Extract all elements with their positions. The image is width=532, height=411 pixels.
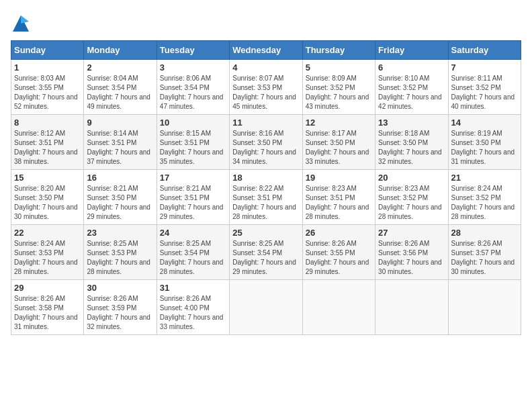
day-info: Sunrise: 8:26 AMSunset: 3:58 PMDaylight:… [14, 295, 78, 330]
day-number: 25 [232, 228, 299, 238]
day-info: Sunrise: 8:19 AMSunset: 3:50 PMDaylight:… [451, 130, 515, 165]
day-info: Sunrise: 8:25 AMSunset: 3:54 PMDaylight:… [160, 240, 224, 275]
day-number: 2 [87, 62, 153, 73]
day-number: 19 [306, 173, 372, 183]
calendar-cell: 23Sunrise: 8:25 AMSunset: 3:53 PMDayligh… [84, 225, 157, 280]
day-info: Sunrise: 8:24 AMSunset: 3:53 PMDaylight:… [14, 240, 78, 275]
calendar-cell: 28Sunrise: 8:26 AMSunset: 3:57 PMDayligh… [448, 225, 521, 280]
calendar-week-2: 8Sunrise: 8:12 AMSunset: 3:51 PMDaylight… [11, 115, 521, 170]
calendar-cell: 20Sunrise: 8:23 AMSunset: 3:52 PMDayligh… [375, 170, 448, 225]
calendar-cell: 18Sunrise: 8:22 AMSunset: 3:51 PMDayligh… [230, 170, 302, 225]
day-info: Sunrise: 8:07 AMSunset: 3:53 PMDaylight:… [232, 75, 296, 110]
calendar-cell: 10Sunrise: 8:15 AMSunset: 3:51 PMDayligh… [157, 115, 229, 170]
day-number: 23 [87, 228, 153, 238]
calendar-cell: 19Sunrise: 8:23 AMSunset: 3:51 PMDayligh… [302, 170, 375, 225]
day-number: 1 [14, 62, 81, 73]
calendar-cell [375, 280, 448, 335]
day-info: Sunrise: 8:26 AMSunset: 4:00 PMDaylight:… [160, 295, 224, 330]
calendar-cell [302, 280, 375, 335]
calendar-cell: 6Sunrise: 8:10 AMSunset: 3:52 PMDaylight… [375, 60, 448, 115]
calendar-cell [448, 280, 521, 335]
day-number: 7 [451, 62, 518, 73]
calendar-cell: 15Sunrise: 8:20 AMSunset: 3:50 PMDayligh… [11, 170, 84, 225]
calendar-cell [230, 280, 302, 335]
day-number: 26 [306, 228, 372, 238]
calendar-table: SundayMondayTuesdayWednesdayThursdayFrid… [11, 40, 521, 335]
day-headers-row: SundayMondayTuesdayWednesdayThursdayFrid… [11, 41, 521, 60]
calendar-week-4: 22Sunrise: 8:24 AMSunset: 3:53 PMDayligh… [11, 225, 521, 280]
calendar-cell: 30Sunrise: 8:26 AMSunset: 3:59 PMDayligh… [84, 280, 157, 335]
day-number: 17 [160, 173, 226, 183]
day-info: Sunrise: 8:21 AMSunset: 3:50 PMDaylight:… [87, 185, 150, 220]
day-number: 24 [160, 228, 226, 238]
calendar-cell: 7Sunrise: 8:11 AMSunset: 3:52 PMDaylight… [448, 60, 521, 115]
calendar-cell: 22Sunrise: 8:24 AMSunset: 3:53 PMDayligh… [11, 225, 84, 280]
day-number: 12 [306, 118, 372, 128]
calendar-cell: 13Sunrise: 8:18 AMSunset: 3:50 PMDayligh… [375, 115, 448, 170]
calendar-cell: 14Sunrise: 8:19 AMSunset: 3:50 PMDayligh… [448, 115, 521, 170]
day-number: 15 [14, 173, 81, 183]
calendar-cell: 21Sunrise: 8:24 AMSunset: 3:52 PMDayligh… [448, 170, 521, 225]
day-info: Sunrise: 8:23 AMSunset: 3:51 PMDaylight:… [306, 185, 369, 220]
day-number: 29 [14, 283, 81, 293]
day-info: Sunrise: 8:26 AMSunset: 3:56 PMDaylight:… [378, 240, 442, 275]
day-info: Sunrise: 8:14 AMSunset: 3:51 PMDaylight:… [87, 130, 150, 165]
calendar-cell: 17Sunrise: 8:21 AMSunset: 3:51 PMDayligh… [157, 170, 229, 225]
day-header-wednesday: Wednesday [230, 41, 302, 60]
calendar-cell: 12Sunrise: 8:17 AMSunset: 3:50 PMDayligh… [302, 115, 375, 170]
calendar-cell: 24Sunrise: 8:25 AMSunset: 3:54 PMDayligh… [157, 225, 229, 280]
calendar-cell: 25Sunrise: 8:25 AMSunset: 3:54 PMDayligh… [230, 225, 302, 280]
day-number: 16 [87, 173, 153, 183]
day-info: Sunrise: 8:25 AMSunset: 3:53 PMDaylight:… [87, 240, 150, 275]
day-number: 9 [87, 118, 153, 128]
day-info: Sunrise: 8:11 AMSunset: 3:52 PMDaylight:… [451, 75, 515, 110]
day-info: Sunrise: 8:26 AMSunset: 3:57 PMDaylight:… [451, 240, 515, 275]
day-header-saturday: Saturday [448, 41, 521, 60]
day-number: 21 [451, 173, 518, 183]
day-info: Sunrise: 8:03 AMSunset: 3:55 PMDaylight:… [14, 75, 78, 110]
day-header-sunday: Sunday [11, 41, 84, 60]
day-info: Sunrise: 8:25 AMSunset: 3:54 PMDaylight:… [232, 240, 296, 275]
day-header-monday: Monday [84, 41, 157, 60]
day-info: Sunrise: 8:12 AMSunset: 3:51 PMDaylight:… [14, 130, 78, 165]
day-number: 13 [378, 118, 445, 128]
day-number: 8 [14, 118, 81, 128]
day-number: 10 [160, 118, 226, 128]
calendar-cell: 4Sunrise: 8:07 AMSunset: 3:53 PMDaylight… [230, 60, 302, 115]
day-header-tuesday: Tuesday [157, 41, 229, 60]
day-number: 27 [378, 228, 445, 238]
day-info: Sunrise: 8:15 AMSunset: 3:51 PMDaylight:… [160, 130, 224, 165]
calendar-cell: 5Sunrise: 8:09 AMSunset: 3:52 PMDaylight… [302, 60, 375, 115]
day-header-thursday: Thursday [302, 41, 375, 60]
calendar-cell: 16Sunrise: 8:21 AMSunset: 3:50 PMDayligh… [84, 170, 157, 225]
calendar-cell: 11Sunrise: 8:16 AMSunset: 3:50 PMDayligh… [230, 115, 302, 170]
day-info: Sunrise: 8:06 AMSunset: 3:54 PMDaylight:… [160, 75, 224, 110]
day-info: Sunrise: 8:24 AMSunset: 3:52 PMDaylight:… [451, 185, 515, 220]
day-number: 4 [232, 62, 299, 73]
logo [11, 13, 34, 34]
day-number: 6 [378, 62, 445, 73]
logo-icon [11, 13, 31, 34]
day-info: Sunrise: 8:23 AMSunset: 3:52 PMDaylight:… [378, 185, 442, 220]
day-number: 3 [160, 62, 226, 73]
day-info: Sunrise: 8:20 AMSunset: 3:50 PMDaylight:… [14, 185, 78, 220]
calendar-cell: 8Sunrise: 8:12 AMSunset: 3:51 PMDaylight… [11, 115, 84, 170]
svg-marker-1 [21, 15, 29, 24]
day-info: Sunrise: 8:04 AMSunset: 3:54 PMDaylight:… [87, 75, 150, 110]
day-number: 18 [232, 173, 299, 183]
day-number: 11 [232, 118, 299, 128]
day-info: Sunrise: 8:26 AMSunset: 3:59 PMDaylight:… [87, 295, 150, 330]
day-header-friday: Friday [375, 41, 448, 60]
day-number: 22 [14, 228, 81, 238]
day-info: Sunrise: 8:09 AMSunset: 3:52 PMDaylight:… [306, 75, 369, 110]
calendar-cell: 3Sunrise: 8:06 AMSunset: 3:54 PMDaylight… [157, 60, 229, 115]
day-info: Sunrise: 8:17 AMSunset: 3:50 PMDaylight:… [306, 130, 369, 165]
calendar-cell: 31Sunrise: 8:26 AMSunset: 4:00 PMDayligh… [157, 280, 229, 335]
day-info: Sunrise: 8:22 AMSunset: 3:51 PMDaylight:… [232, 185, 296, 220]
day-number: 31 [160, 283, 226, 293]
calendar-week-5: 29Sunrise: 8:26 AMSunset: 3:58 PMDayligh… [11, 280, 521, 335]
day-info: Sunrise: 8:18 AMSunset: 3:50 PMDaylight:… [378, 130, 442, 165]
calendar-cell: 9Sunrise: 8:14 AMSunset: 3:51 PMDaylight… [84, 115, 157, 170]
calendar-week-1: 1Sunrise: 8:03 AMSunset: 3:55 PMDaylight… [11, 60, 521, 115]
calendar-cell: 29Sunrise: 8:26 AMSunset: 3:58 PMDayligh… [11, 280, 84, 335]
